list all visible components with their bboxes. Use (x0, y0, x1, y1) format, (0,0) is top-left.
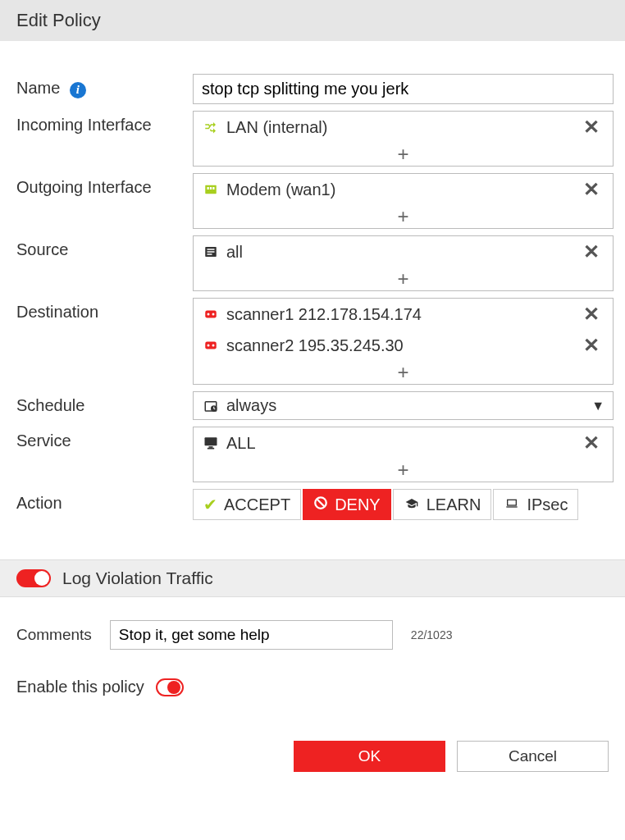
svg-rect-2 (210, 187, 212, 189)
svg-point-12 (208, 345, 210, 347)
incoming-interface-item[interactable]: LAN (internal) ✕ (194, 112, 613, 143)
log-violation-section: Log Violation Traffic (0, 559, 625, 597)
add-destination-button[interactable]: + (194, 361, 613, 384)
svg-rect-8 (205, 311, 217, 318)
svg-rect-17 (209, 446, 213, 448)
remove-icon[interactable]: ✕ (578, 116, 604, 139)
graduation-icon (404, 495, 420, 514)
svg-rect-5 (208, 249, 215, 250)
source-label: Source (16, 235, 193, 259)
enable-policy-label: Enable this policy (16, 678, 144, 696)
incoming-interface-text: LAN (internal) (226, 118, 578, 137)
footer: OK Cancel (0, 729, 625, 792)
svg-line-20 (317, 499, 325, 506)
action-label: Action (16, 489, 193, 513)
port-icon (202, 181, 220, 198)
policy-form: Name i Incoming Interface LAN (internal)… (0, 41, 625, 535)
comments-input[interactable] (110, 620, 393, 650)
svg-rect-3 (212, 187, 214, 189)
outgoing-interface-box: Modem (wan1) ✕ + (193, 173, 614, 229)
svg-rect-16 (205, 437, 217, 445)
add-outgoing-button[interactable]: + (194, 205, 613, 228)
outgoing-interface-text: Modem (wan1) (226, 180, 578, 199)
incoming-interface-box: LAN (internal) ✕ + (193, 111, 614, 167)
schedule-label: Schedule (16, 391, 193, 415)
incoming-interface-label: Incoming Interface (16, 111, 193, 135)
destination-text: scanner1 212.178.154.174 (226, 305, 578, 324)
chevron-down-icon: ▼ (591, 399, 604, 413)
svg-point-13 (212, 345, 215, 347)
add-source-button[interactable]: + (194, 267, 613, 290)
address-icon (202, 244, 220, 260)
destination-item[interactable]: scanner2 195.35.245.30 ✕ (194, 330, 613, 361)
schedule-value: always (226, 396, 591, 415)
action-group: ✔ ACCEPT DENY LEARN IPsec (193, 489, 614, 520)
service-label: Service (16, 427, 193, 450)
service-text: ALL (226, 434, 578, 453)
device-icon (202, 337, 220, 354)
remove-icon[interactable]: ✕ (578, 178, 604, 201)
action-accept-button[interactable]: ✔ ACCEPT (193, 489, 301, 520)
ok-button[interactable]: OK (294, 741, 445, 772)
add-incoming-button[interactable]: + (194, 143, 613, 166)
source-box: all ✕ + (193, 235, 614, 291)
svg-point-10 (212, 313, 215, 316)
action-ipsec-button[interactable]: IPsec (493, 489, 578, 520)
service-box: ALL ✕ + (193, 427, 614, 482)
svg-rect-7 (208, 253, 212, 255)
destination-text: scanner2 195.35.245.30 (226, 336, 578, 355)
name-label: Name i (16, 74, 193, 98)
monitor-icon (202, 435, 220, 451)
svg-rect-11 (205, 342, 217, 349)
clock-icon (202, 398, 220, 414)
svg-point-9 (208, 313, 210, 316)
info-icon[interactable]: i (70, 82, 86, 98)
log-violation-label: Log Violation Traffic (62, 568, 213, 588)
destination-item[interactable]: scanner1 212.178.154.174 ✕ (194, 299, 613, 330)
svg-rect-21 (508, 500, 517, 505)
page-header: Edit Policy (0, 0, 625, 41)
destination-label: Destination (16, 298, 193, 322)
cancel-button[interactable]: Cancel (457, 741, 609, 772)
deny-icon (313, 495, 328, 514)
action-deny-button[interactable]: DENY (303, 489, 391, 520)
comments-label: Comments (16, 626, 92, 644)
destination-box: scanner1 212.178.154.174 ✕ scanner2 195.… (193, 298, 614, 385)
svg-rect-18 (208, 448, 214, 450)
page-title: Edit Policy (16, 10, 101, 30)
source-item[interactable]: all ✕ (194, 236, 613, 267)
name-input[interactable] (193, 74, 614, 104)
source-text: all (226, 243, 578, 262)
add-service-button[interactable]: + (194, 459, 613, 482)
log-violation-toggle[interactable] (16, 569, 51, 587)
outgoing-interface-item[interactable]: Modem (wan1) ✕ (194, 174, 613, 205)
check-icon: ✔ (203, 495, 217, 514)
remove-icon[interactable]: ✕ (578, 431, 604, 454)
enable-policy-toggle[interactable] (156, 678, 184, 696)
service-item[interactable]: ALL ✕ (194, 427, 613, 459)
remove-icon[interactable]: ✕ (578, 303, 604, 326)
action-learn-button[interactable]: LEARN (393, 489, 492, 520)
schedule-select[interactable]: always ▼ (193, 391, 614, 420)
outgoing-interface-label: Outgoing Interface (16, 173, 193, 197)
comments-row: Comments 22/1023 (0, 597, 625, 658)
svg-rect-6 (208, 251, 215, 253)
remove-icon[interactable]: ✕ (578, 334, 604, 357)
remove-icon[interactable]: ✕ (578, 240, 604, 263)
laptop-icon (504, 495, 520, 514)
enable-row: Enable this policy (0, 658, 625, 729)
svg-rect-1 (208, 187, 209, 189)
device-icon (202, 306, 220, 322)
shuffle-icon (202, 119, 220, 135)
comments-counter: 22/1023 (411, 628, 453, 641)
